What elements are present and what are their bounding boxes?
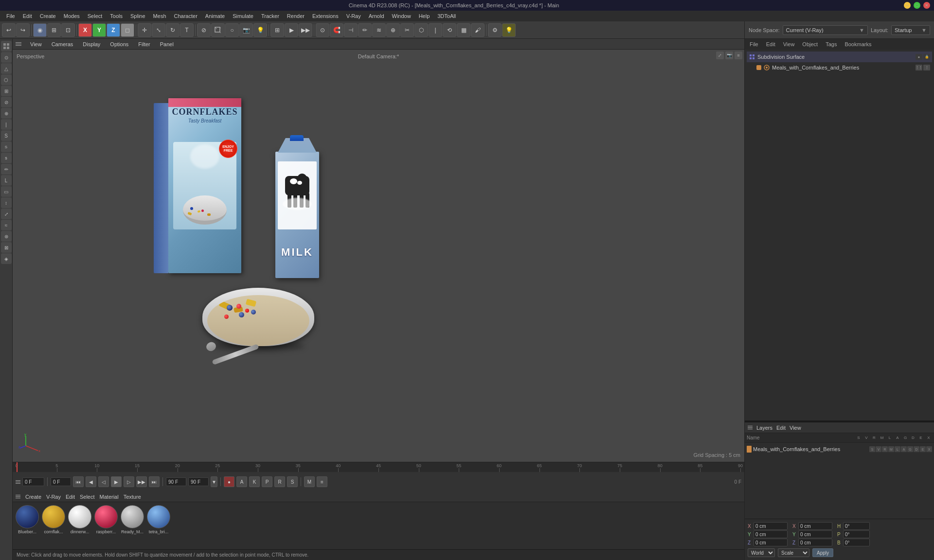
motion-clip-button[interactable]: M: [304, 476, 315, 487]
vp-cam-icon[interactable]: 📷: [725, 52, 733, 59]
layer-icon-d[interactable]: D: [914, 446, 919, 452]
mat-hamburger[interactable]: [16, 495, 20, 498]
menu-arnold[interactable]: Arnold: [365, 12, 388, 20]
layers-hamburger[interactable]: [748, 426, 753, 429]
sidebar-btn-2[interactable]: ⊙: [1, 52, 12, 63]
axis-y-button[interactable]: Y: [92, 23, 106, 37]
coord-z-pos-input[interactable]: [754, 539, 788, 546]
menu-edit[interactable]: Edit: [19, 12, 36, 20]
obj-meals-more[interactable]: ⋮: [923, 65, 930, 70]
key-all-button[interactable]: K: [249, 476, 260, 487]
coord-p-input[interactable]: [843, 530, 870, 538]
obj-lock-icon[interactable]: 🔒: [923, 54, 930, 60]
poly-button[interactable]: ⬡: [414, 23, 428, 37]
frame-start-input[interactable]: [51, 477, 71, 486]
menu-extensions[interactable]: Extensions: [309, 12, 342, 20]
layer-icon-m[interactable]: M: [888, 446, 894, 452]
menu-render[interactable]: Render: [284, 12, 308, 20]
layers-menu-layers[interactable]: Layers: [756, 425, 772, 431]
layer-icon-a[interactable]: A: [901, 446, 907, 452]
menu-tools[interactable]: Tools: [107, 12, 126, 20]
fill-button[interactable]: ▦: [457, 23, 470, 37]
timeline-hamburger[interactable]: [16, 480, 20, 484]
layer-icon-g[interactable]: G: [907, 446, 913, 452]
menu-select[interactable]: Select: [84, 12, 106, 20]
apply-button[interactable]: Apply: [812, 548, 833, 557]
coord-y-pos-input[interactable]: [754, 530, 788, 538]
render-view-button[interactable]: ▶: [285, 23, 298, 37]
viewport-menu-panel[interactable]: Panel: [157, 40, 177, 48]
viewport-hamburger[interactable]: [16, 42, 21, 46]
prev-frame-button[interactable]: ◀: [86, 476, 96, 487]
coord-world-select[interactable]: World Object Parent: [748, 548, 775, 557]
mode-model-button[interactable]: ◉: [33, 23, 47, 37]
paint-button[interactable]: ✏: [358, 23, 372, 37]
sidebar-btn-7[interactable]: ⊕: [1, 108, 12, 119]
auto-key-button[interactable]: A: [236, 476, 247, 487]
light-button[interactable]: 💡: [253, 23, 267, 37]
mirror-button[interactable]: ⊣: [344, 23, 358, 37]
go-end-button[interactable]: ▶▶: [136, 476, 147, 487]
mode-anim-button[interactable]: ⊡: [61, 23, 75, 37]
node-space-selector[interactable]: Current (V-Ray) ▼: [783, 25, 868, 35]
layer-icon-x[interactable]: X: [926, 446, 932, 452]
menu-vray[interactable]: V-Ray: [343, 12, 364, 20]
sidebar-btn-5[interactable]: ⊞: [1, 86, 12, 96]
viewport-menu-display[interactable]: Display: [80, 40, 103, 48]
sidebar-btn-scene[interactable]: ⊠: [1, 242, 12, 253]
viewport-menu-options[interactable]: Options: [107, 40, 131, 48]
maximize-button[interactable]: □: [914, 2, 920, 9]
more1-button[interactable]: ⊕: [386, 23, 400, 37]
key-scale-button[interactable]: S: [287, 476, 298, 487]
sidebar-btn-fx[interactable]: ⊛: [1, 231, 12, 242]
coord-sx-input[interactable]: [798, 522, 832, 530]
play-reverse-button[interactable]: ◁: [98, 476, 109, 487]
menu-animate[interactable]: Animate: [202, 12, 228, 20]
material-tetra[interactable]: tetra_bri...: [147, 505, 170, 534]
cube-button[interactable]: [211, 23, 225, 37]
menu-simulate[interactable]: Simulate: [229, 12, 257, 20]
coord-x-pos-input[interactable]: [754, 522, 788, 530]
sidebar-btn-lasso[interactable]: L: [1, 175, 12, 186]
brush-button[interactable]: 🖌: [471, 23, 485, 37]
sidebar-btn-6[interactable]: ⊘: [1, 97, 12, 107]
obj-row-subdivision[interactable]: Subdivision Surface ● 🔒: [747, 52, 932, 62]
sidebar-btn-1[interactable]: [1, 41, 12, 52]
render-to-po-button[interactable]: ▶▶: [299, 23, 312, 37]
layer-icon-s[interactable]: S: [869, 446, 875, 452]
obj-tab-file[interactable]: File: [748, 40, 760, 48]
tc-more-button[interactable]: ≡: [317, 476, 327, 487]
move-tool-button[interactable]: ✛: [138, 23, 151, 37]
axis-all-button[interactable]: ◻: [121, 23, 134, 37]
timeline-ruler-track[interactable]: 051015202530354045505560657075808590: [17, 462, 740, 472]
viewport-menu-filter[interactable]: Filter: [135, 40, 153, 48]
sidebar-btn-pen[interactable]: ✏: [1, 164, 12, 175]
coord-scale-type-select[interactable]: Scale Absolute Relative: [778, 548, 809, 557]
layout-selector[interactable]: Startup ▼: [891, 25, 930, 35]
play-button[interactable]: ▶: [111, 476, 122, 487]
obj-tab-edit[interactable]: Edit: [764, 40, 777, 48]
layer-icon-l[interactable]: L: [895, 446, 900, 452]
snap-button[interactable]: 🧲: [330, 23, 343, 37]
obj-meals-vis[interactable]: ⋮⋮: [916, 65, 922, 70]
mat-menu-texture[interactable]: Texture: [124, 494, 141, 500]
coord-h-input[interactable]: [843, 522, 870, 530]
menu-tracker[interactable]: Tracker: [258, 12, 283, 20]
3d-viewport[interactable]: CORNFLAKES Tasty Breakfast: [13, 50, 744, 462]
record-button[interactable]: ●: [224, 476, 234, 487]
second-end-input[interactable]: [188, 477, 209, 486]
key-rot-button[interactable]: R: [274, 476, 285, 487]
edge-button[interactable]: |: [429, 23, 442, 37]
sidebar-btn-s3[interactable]: $: [1, 153, 12, 163]
layers-menu-view[interactable]: View: [790, 425, 801, 431]
key-pos-button[interactable]: P: [262, 476, 272, 487]
sidebar-btn-move[interactable]: ↕: [1, 197, 12, 208]
material-cornflake[interactable]: cornflak...: [42, 505, 65, 534]
menu-3dtall[interactable]: 3DToAll: [434, 12, 459, 20]
mat-menu-create[interactable]: Create: [25, 494, 41, 500]
scale-tool-button[interactable]: ⤡: [152, 23, 165, 37]
mode-texture-button[interactable]: ⊞: [47, 23, 61, 37]
layer-icon-r[interactable]: R: [882, 446, 888, 452]
viewport-menu-cameras[interactable]: Cameras: [49, 40, 76, 48]
coord-b-input[interactable]: [843, 539, 870, 546]
